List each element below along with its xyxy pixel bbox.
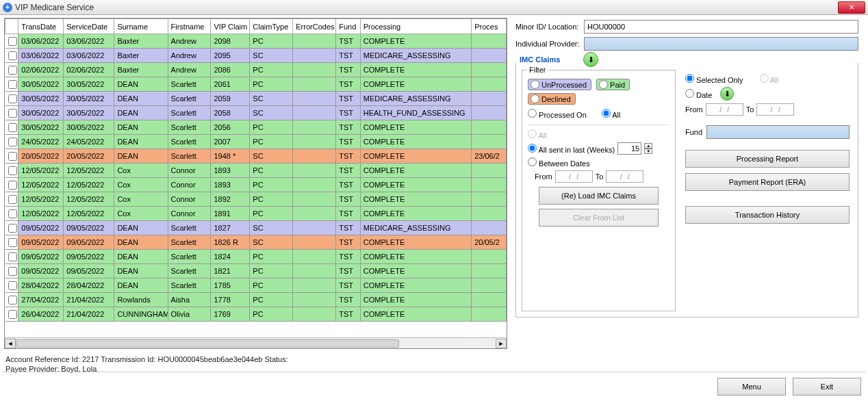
table-row[interactable]: 12/05/202212/05/2022CoxConnor1891PCTSTCO… (5, 207, 507, 221)
cell-type: PC (250, 164, 293, 178)
col-check[interactable] (5, 19, 18, 34)
cell-serv: 03/06/2022 (64, 34, 114, 49)
table-row[interactable]: 12/05/202212/05/2022CoxConnor1893PCTSTCO… (5, 164, 507, 178)
row-checkbox[interactable] (8, 152, 17, 161)
col-ServiceDate[interactable]: ServiceDate (64, 19, 114, 34)
minor-id-input[interactable] (584, 20, 858, 34)
filter-processed-on[interactable]: Processed On (528, 109, 587, 119)
cell-sur: Baxter (114, 49, 168, 63)
weeks-up[interactable]: ▲ (644, 143, 652, 148)
date-refresh-icon[interactable]: ⬇ (720, 87, 734, 101)
table-row[interactable]: 30/05/202230/05/2022DEANScarlett2058SCTS… (5, 106, 507, 120)
table-row[interactable]: 30/05/202230/05/2022DEANScarlett2061PCTS… (5, 77, 507, 92)
filter-all[interactable]: All (602, 109, 621, 119)
table-row[interactable]: 02/06/202202/06/2022BaxterAndrew2086PCTS… (5, 63, 507, 77)
row-checkbox[interactable] (8, 209, 17, 218)
report-from-date[interactable] (706, 103, 743, 116)
table-row[interactable]: 27/04/202221/04/2022RowlandsAisha1778PCT… (5, 293, 507, 307)
filter-paid[interactable]: Paid (596, 79, 630, 90)
table-row[interactable]: 03/06/202203/06/2022BaxterAndrew2095SCTS… (5, 49, 507, 63)
cell-first: Scarlett (168, 77, 211, 92)
col-Fund[interactable]: Fund (336, 19, 361, 34)
scroll-left-arrow[interactable]: ◄ (5, 339, 16, 348)
col-Processing[interactable]: Processing (360, 19, 471, 34)
weeks-spinner[interactable] (617, 142, 641, 155)
exit-button[interactable]: Exit (793, 378, 861, 396)
row-checkbox[interactable] (8, 281, 17, 290)
filter-declined[interactable]: Declined (528, 93, 576, 105)
table-row[interactable]: 20/05/202220/05/2022DEANScarlett1948 *SC… (5, 149, 507, 164)
filter-unprocessed[interactable]: UnProcessed (528, 79, 591, 90)
close-button[interactable]: ✕ (838, 1, 865, 14)
cell-vip: 2086 (211, 63, 250, 77)
imc-claims-tab-label[interactable]: IMC Claims (515, 55, 564, 64)
date-radio[interactable]: Date (685, 89, 712, 99)
claims-table[interactable]: TransDateServiceDateSurnameFirstnameVIP … (5, 18, 507, 322)
col-Firstname[interactable]: Firstname (168, 19, 211, 34)
table-row[interactable]: 28/04/202228/04/2022DEANScarlett1785PCTS… (5, 279, 507, 293)
cell-fund: TST (336, 235, 361, 250)
row-checkbox[interactable] (8, 109, 17, 118)
filter-to-date[interactable] (606, 170, 643, 183)
col-ClaimType[interactable]: ClaimType (250, 19, 293, 34)
table-row[interactable]: 24/05/202224/05/2022DEANScarlett2007PCTS… (5, 135, 507, 149)
table-row[interactable]: 12/05/202212/05/2022CoxConnor1893PCTSTCO… (5, 178, 507, 192)
row-checkbox[interactable] (8, 253, 17, 261)
payment-report-button[interactable]: Payment Report (ERA) (685, 173, 850, 191)
row-checkbox[interactable] (8, 80, 17, 89)
individual-provider-input[interactable] (584, 37, 858, 51)
row-checkbox[interactable] (8, 94, 17, 103)
row-checkbox[interactable] (8, 195, 17, 204)
selected-only-radio[interactable]: Selected Only (685, 74, 743, 84)
cell-serv: 12/05/2022 (64, 164, 114, 178)
cell-fund: TST (336, 120, 361, 135)
claims-table-panel: TransDateServiceDateSurnameFirstnameVIP … (4, 18, 507, 349)
table-row[interactable]: 30/05/202230/05/2022DEANScarlett2056PCTS… (5, 120, 507, 135)
col-Surname[interactable]: Surname (114, 19, 168, 34)
table-row[interactable]: 09/05/202209/05/2022DEANScarlett1827SCTS… (5, 221, 507, 235)
row-checkbox[interactable] (8, 166, 17, 175)
report-to-date[interactable] (756, 103, 794, 116)
col-ErrorCodes[interactable]: ErrorCodes (293, 19, 336, 34)
filter-title: Filter (527, 66, 548, 74)
row-checkbox[interactable] (8, 138, 17, 146)
cell-first: Andrew (168, 49, 211, 63)
filter-from-date[interactable] (555, 170, 593, 183)
transaction-history-button[interactable]: Transaction History (685, 206, 850, 224)
table-row[interactable]: 12/05/202212/05/2022CoxConnor1892PCTSTCO… (5, 192, 507, 207)
col-Proces[interactable]: Proces (472, 19, 507, 34)
horizontal-scrollbar[interactable]: ◄ ► (5, 337, 507, 348)
row-checkbox[interactable] (8, 310, 17, 319)
table-row[interactable]: 09/05/202209/05/2022DEANScarlett1826 RSC… (5, 235, 507, 250)
imc-refresh-icon[interactable]: ⬇ (583, 52, 598, 67)
row-checkbox[interactable] (8, 37, 17, 46)
menu-button[interactable]: Menu (717, 378, 786, 396)
row-checkbox[interactable] (8, 224, 17, 233)
row-checkbox[interactable] (8, 267, 17, 276)
filter-all-sent-weeks[interactable]: All sent in last (Weeks) (528, 144, 615, 154)
cell-serv: 02/06/2022 (64, 63, 114, 77)
fund-input[interactable] (706, 125, 850, 139)
reload-imc-claims-button[interactable]: (Re) Load IMC Claims (539, 187, 659, 205)
scroll-thumb[interactable] (16, 339, 399, 348)
cell-trans: 02/06/2022 (18, 63, 64, 77)
col-VIP Claim[interactable]: VIP Claim (211, 19, 250, 34)
scroll-right-arrow[interactable]: ► (496, 339, 507, 348)
processing-report-button[interactable]: Processing Report (685, 150, 850, 168)
table-row[interactable]: 03/06/202203/06/2022BaxterAndrew2098PCTS… (5, 34, 507, 49)
row-checkbox[interactable] (8, 66, 17, 75)
row-checkbox[interactable] (8, 181, 17, 190)
table-row[interactable]: 09/05/202209/05/2022DEANScarlett1821PCTS… (5, 264, 507, 279)
weeks-down[interactable]: ▼ (644, 148, 652, 154)
filter-between-dates[interactable]: Between Dates (528, 157, 590, 168)
cell-err (293, 221, 336, 235)
cell-sur: Cox (114, 178, 168, 192)
col-TransDate[interactable]: TransDate (18, 19, 64, 34)
row-checkbox[interactable] (8, 123, 17, 132)
table-row[interactable]: 30/05/202230/05/2022DEANScarlett2059SCTS… (5, 92, 507, 106)
row-checkbox[interactable] (8, 238, 17, 247)
row-checkbox[interactable] (8, 51, 17, 60)
table-row[interactable]: 26/04/202221/04/2022CUNNINGHAMOlivia1769… (5, 307, 507, 322)
row-checkbox[interactable] (8, 296, 17, 305)
table-row[interactable]: 09/05/202209/05/2022DEANScarlett1824PCTS… (5, 250, 507, 264)
